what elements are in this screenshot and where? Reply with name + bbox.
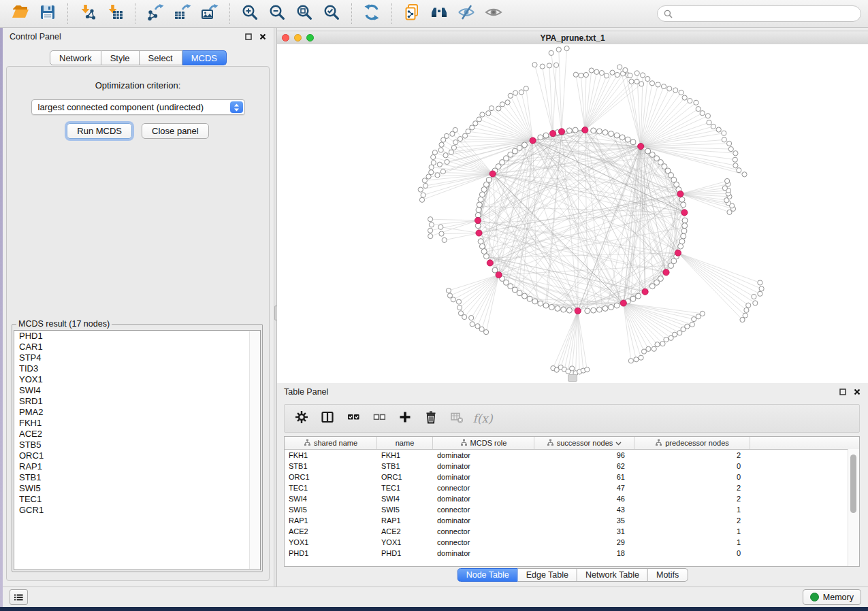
- table-row[interactable]: STB1STB1dominator620: [285, 461, 859, 472]
- column-header-successor-nodes[interactable]: successor nodes: [534, 437, 634, 449]
- save-session-button[interactable]: [34, 3, 61, 24]
- show-columns-button[interactable]: [316, 408, 339, 429]
- find-network-button[interactable]: [425, 3, 453, 24]
- table-cell[interactable]: dominator: [433, 493, 534, 504]
- float-panel-icon[interactable]: [839, 388, 847, 396]
- tab-style[interactable]: Style: [101, 50, 140, 65]
- table-cell[interactable]: dominator: [433, 461, 534, 472]
- close-panel-icon[interactable]: [853, 388, 861, 396]
- table-row[interactable]: SWI5SWI5connector431: [285, 504, 859, 515]
- result-node-item[interactable]: CAR1: [14, 342, 260, 352]
- tab-network-table[interactable]: Network Table: [577, 568, 648, 582]
- import-table-button[interactable]: [101, 3, 129, 24]
- table-scrollbar[interactable]: [848, 449, 859, 566]
- column-header-MCDS-role[interactable]: MCDS role: [433, 437, 534, 449]
- table-cell[interactable]: 0: [634, 548, 750, 559]
- close-panel-button[interactable]: Close panel: [142, 123, 209, 139]
- zoom-selected-button[interactable]: [318, 3, 345, 24]
- result-node-item[interactable]: SWI4: [14, 385, 260, 396]
- result-node-item[interactable]: PMA2: [14, 407, 260, 418]
- result-node-item[interactable]: FKH1: [14, 418, 260, 429]
- settings-gear-button[interactable]: [290, 408, 313, 429]
- table-cell[interactable]: dominator: [433, 450, 534, 461]
- table-cell[interactable]: 1: [634, 526, 750, 537]
- table-cell[interactable]: 18: [534, 548, 634, 559]
- result-node-item[interactable]: STB1: [14, 472, 260, 483]
- table-cell[interactable]: 96: [534, 450, 634, 461]
- table-cell[interactable]: connector: [433, 537, 534, 548]
- tab-node-table[interactable]: Node Table: [457, 568, 518, 582]
- close-panel-icon[interactable]: [259, 33, 267, 41]
- result-list-scrollbar[interactable]: [249, 331, 259, 569]
- result-node-item[interactable]: PHD1: [14, 331, 260, 342]
- table-cell[interactable]: STB1: [285, 461, 377, 472]
- table-cell[interactable]: PHD1: [377, 548, 433, 559]
- search-input[interactable]: [677, 8, 854, 19]
- table-cell[interactable]: 35: [534, 515, 634, 526]
- result-node-item[interactable]: YOX1: [14, 374, 260, 385]
- network-title-bar[interactable]: YPA_prune.txt_1: [277, 31, 868, 45]
- tab-motifs[interactable]: Motifs: [648, 568, 688, 582]
- network-from-selection-button[interactable]: [398, 3, 425, 24]
- tab-mcds[interactable]: MCDS: [182, 50, 227, 65]
- table-row[interactable]: PHD1PHD1dominator180: [285, 548, 859, 559]
- column-header-shared-name[interactable]: shared name: [285, 437, 377, 449]
- table-row[interactable]: TEC1TEC1connector472: [285, 482, 859, 493]
- task-history-button[interactable]: [10, 589, 28, 605]
- tab-edge-table[interactable]: Edge Table: [518, 568, 577, 582]
- table-cell[interactable]: connector: [433, 526, 534, 537]
- table-cell[interactable]: 29: [534, 537, 634, 548]
- table-cell[interactable]: RAP1: [377, 515, 433, 526]
- tab-select[interactable]: Select: [140, 50, 182, 65]
- table-row[interactable]: YOX1YOX1connector291: [285, 537, 859, 548]
- table-cell[interactable]: ACE2: [285, 526, 377, 537]
- table-cell[interactable]: connector: [433, 482, 534, 493]
- memory-button[interactable]: Memory: [803, 589, 861, 605]
- table-cell[interactable]: dominator: [433, 472, 534, 482]
- search-box[interactable]: [657, 5, 861, 22]
- table-cell[interactable]: dominator: [433, 515, 534, 526]
- unselect-all-columns-button[interactable]: [368, 408, 391, 429]
- table-row[interactable]: RAP1RAP1dominator352: [285, 515, 859, 526]
- table-cell[interactable]: ORC1: [285, 472, 377, 482]
- table-scrollbar-thumb[interactable]: [850, 455, 856, 513]
- table-row[interactable]: SWI4SWI4dominator462: [285, 493, 859, 504]
- float-panel-icon[interactable]: [244, 33, 253, 41]
- export-image-button[interactable]: [196, 3, 223, 24]
- criterion-select[interactable]: largest connected component (undirected): [31, 99, 245, 115]
- delete-columns-button[interactable]: [419, 408, 443, 429]
- column-header-predecessor-nodes[interactable]: predecessor nodes: [634, 437, 750, 449]
- select-all-columns-button[interactable]: [342, 408, 365, 429]
- table-cell[interactable]: SWI5: [285, 504, 377, 515]
- table-cell[interactable]: YOX1: [285, 537, 377, 548]
- result-node-item[interactable]: RAP1: [14, 461, 260, 472]
- table-row[interactable]: FKH1FKH1dominator962: [285, 450, 859, 461]
- table-row[interactable]: ACE2ACE2connector311: [285, 526, 859, 537]
- table-cell[interactable]: STB1: [377, 461, 433, 472]
- table-row[interactable]: ORC1ORC1dominator610: [285, 472, 859, 482]
- table-cell[interactable]: 0: [634, 472, 750, 482]
- export-table-button[interactable]: [169, 3, 196, 24]
- delete-table-button[interactable]: [445, 408, 468, 429]
- table-cell[interactable]: ORC1: [377, 472, 433, 482]
- add-column-button[interactable]: [393, 408, 417, 429]
- hide-selected-button[interactable]: [453, 3, 480, 24]
- tab-network[interactable]: Network: [50, 50, 101, 65]
- network-graph[interactable]: [277, 44, 868, 383]
- refresh-view-button[interactable]: [358, 3, 385, 24]
- network-canvas[interactable]: [277, 44, 868, 383]
- result-node-item[interactable]: SRD1: [14, 396, 260, 407]
- table-cell[interactable]: FKH1: [377, 450, 433, 461]
- zoom-in-button[interactable]: [236, 3, 263, 24]
- table-cell[interactable]: 2: [634, 450, 750, 461]
- table-cell[interactable]: 1: [634, 537, 750, 548]
- show-all-button[interactable]: [480, 3, 507, 24]
- table-cell[interactable]: SWI5: [377, 504, 433, 515]
- table-cell[interactable]: 2: [634, 482, 750, 493]
- table-cell[interactable]: SWI4: [285, 493, 377, 504]
- table-cell[interactable]: dominator: [433, 548, 534, 559]
- zoom-fit-button[interactable]: [291, 3, 318, 24]
- table-cell[interactable]: 2: [634, 493, 750, 504]
- table-cell[interactable]: SWI4: [377, 493, 433, 504]
- table-cell[interactable]: 46: [534, 493, 634, 504]
